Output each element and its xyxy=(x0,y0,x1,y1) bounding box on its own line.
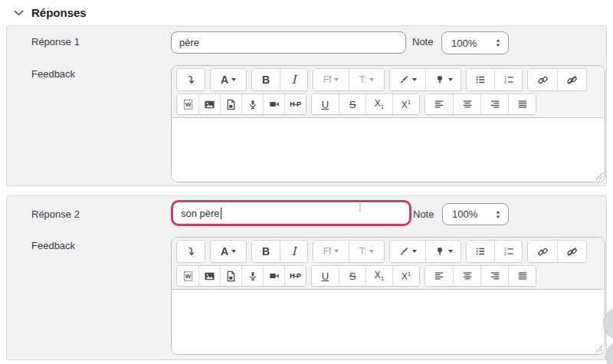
image-icon xyxy=(204,271,215,282)
answer-label: Réponse 1 xyxy=(31,36,80,48)
text-color-button[interactable] xyxy=(390,241,425,262)
font-size-button[interactable]: T: xyxy=(349,241,384,262)
superscript-button[interactable]: X1 xyxy=(392,266,419,286)
font-family-button[interactable]: Ff xyxy=(313,241,349,262)
text-caret xyxy=(221,208,221,219)
align-center-button[interactable] xyxy=(453,94,480,114)
underline-button[interactable]: U xyxy=(312,94,339,114)
image-icon xyxy=(204,99,215,110)
justify-button[interactable] xyxy=(508,94,536,114)
strikethrough-button[interactable]: S xyxy=(339,94,366,114)
unlink-button[interactable] xyxy=(557,69,586,90)
feedback-editor: A B I Ff T: 12 xyxy=(171,65,605,182)
note-select[interactable]: 100% xyxy=(441,31,509,54)
italic-button[interactable]: I xyxy=(280,69,307,90)
svg-text:1: 1 xyxy=(503,247,506,251)
note-select[interactable]: 100% xyxy=(442,203,509,225)
caret-down-icon xyxy=(369,78,374,81)
select-spinner-icon xyxy=(495,210,501,219)
paintbrush-icon xyxy=(398,246,409,257)
word-import-button[interactable]: W xyxy=(177,94,198,114)
editor-toolbar: A B I Ff T: 12 xyxy=(172,66,605,118)
answer-input[interactable]: père xyxy=(171,31,406,54)
unordered-list-button[interactable] xyxy=(467,69,494,90)
word-document-icon: W xyxy=(182,99,194,110)
insert-file-button[interactable] xyxy=(220,266,241,286)
italic-button[interactable]: I xyxy=(280,241,307,262)
unlink-button[interactable] xyxy=(557,241,586,262)
insert-image-button[interactable] xyxy=(198,94,220,114)
link-button[interactable] xyxy=(528,69,557,90)
justify-button[interactable] xyxy=(508,266,536,286)
word-import-button[interactable]: W xyxy=(177,266,198,286)
link-icon xyxy=(537,246,549,257)
font-size-button[interactable]: T: xyxy=(349,69,384,90)
align-right-button[interactable] xyxy=(480,94,508,114)
numbered-list-icon: 12 xyxy=(503,74,514,85)
unordered-list-button[interactable] xyxy=(467,241,494,262)
text-color-button[interactable] xyxy=(390,69,425,90)
toolbar-collapse-button[interactable] xyxy=(177,241,205,262)
svg-text:2: 2 xyxy=(503,251,506,256)
caret-down-icon xyxy=(369,250,374,253)
justify-icon xyxy=(517,99,528,110)
microphone-icon xyxy=(247,99,258,110)
feedback-editor-content[interactable] xyxy=(172,290,605,354)
section-header: Réponses xyxy=(14,6,87,19)
record-video-button[interactable] xyxy=(263,94,284,114)
answer-section-2: Réponse 2 son père Note 100% Feedback A … xyxy=(6,195,607,360)
underline-button[interactable]: U xyxy=(312,266,339,286)
font-family-button[interactable]: Ff xyxy=(313,69,349,90)
unlink-icon xyxy=(566,74,578,86)
align-right-button[interactable] xyxy=(480,266,508,286)
video-camera-icon xyxy=(268,271,280,281)
paintbrush-icon xyxy=(398,74,409,85)
subscript-button[interactable]: X1 xyxy=(366,266,392,286)
record-audio-button[interactable] xyxy=(241,94,263,114)
subscript-button[interactable]: X1 xyxy=(366,94,392,114)
caret-down-icon xyxy=(231,250,236,253)
align-left-button[interactable] xyxy=(425,266,453,286)
align-left-button[interactable] xyxy=(425,94,453,114)
align-right-icon xyxy=(490,271,500,281)
align-center-button[interactable] xyxy=(453,266,480,286)
feedback-editor-content[interactable] xyxy=(172,118,605,182)
superscript-button[interactable]: X1 xyxy=(392,94,419,114)
resize-handle-icon[interactable] xyxy=(595,172,603,180)
answer-input-highlighted[interactable]: son père xyxy=(171,200,411,226)
bold-button[interactable]: B xyxy=(252,241,280,262)
toolbar-collapse-button[interactable] xyxy=(177,69,205,90)
link-button[interactable] xyxy=(528,241,557,262)
select-spinner-icon xyxy=(495,38,501,48)
editor-toolbar: A B I Ff T: 12 xyxy=(172,238,605,290)
page-title[interactable]: Réponses xyxy=(31,6,87,19)
insert-file-button[interactable] xyxy=(220,94,241,114)
paragraph-styles-button[interactable]: A xyxy=(211,69,246,90)
h5p-button[interactable]: H-P xyxy=(284,266,306,286)
highlight-button[interactable] xyxy=(425,241,461,262)
ordered-list-button[interactable]: 12 xyxy=(494,69,522,90)
numbered-list-icon: 12 xyxy=(503,246,514,257)
answer-label: Réponse 2 xyxy=(31,208,80,220)
lightbulb-icon xyxy=(434,246,445,257)
highlight-button[interactable] xyxy=(425,69,461,90)
svg-text:W: W xyxy=(185,101,191,108)
resize-handle-icon[interactable] xyxy=(595,345,603,353)
record-audio-button[interactable] xyxy=(241,266,263,286)
svg-text:W: W xyxy=(185,273,191,280)
caret-down-icon xyxy=(448,78,453,81)
file-icon xyxy=(225,99,237,110)
paragraph-styles-button[interactable]: A xyxy=(211,241,246,262)
note-label: Note xyxy=(413,208,434,220)
record-video-button[interactable] xyxy=(263,266,284,286)
insert-image-button[interactable] xyxy=(198,266,220,286)
h5p-button[interactable]: H-P xyxy=(284,94,306,114)
caret-down-icon xyxy=(412,78,417,81)
answer-section-1: Réponse 1 père Note 100% Feedback A B I … xyxy=(6,25,607,186)
strikethrough-button[interactable]: S xyxy=(339,266,366,286)
chevron-down-icon[interactable] xyxy=(14,10,24,16)
feedback-label: Feedback xyxy=(31,240,75,251)
ordered-list-button[interactable]: 12 xyxy=(494,241,522,262)
bold-button[interactable]: B xyxy=(252,69,280,90)
align-left-icon xyxy=(434,99,444,110)
